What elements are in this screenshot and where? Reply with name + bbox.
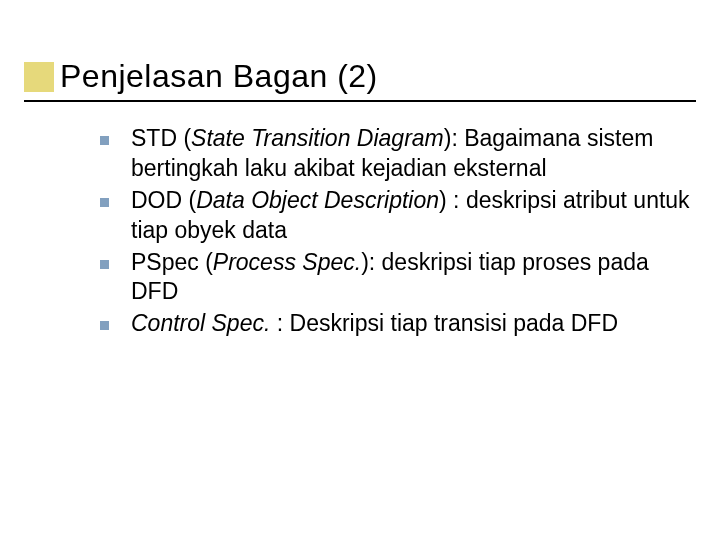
title-accent (24, 62, 54, 92)
bullet-icon (100, 260, 109, 269)
text-pre: DOD ( (131, 187, 196, 213)
list-item: PSpec (Process Spec.): deskripsi tiap pr… (100, 248, 690, 308)
text-pre: STD ( (131, 125, 191, 151)
bullet-text: STD (State Transition Diagram): Bagaiman… (131, 124, 690, 184)
bullet-text: PSpec (Process Spec.): deskripsi tiap pr… (131, 248, 690, 308)
text-ital: Control Spec. (131, 310, 270, 336)
title-underline (24, 100, 696, 102)
bullet-text: Control Spec. : Deskripsi tiap transisi … (131, 309, 690, 339)
bullet-text: DOD (Data Object Description) : deskrips… (131, 186, 690, 246)
slide-title: Penjelasan Bagan (2) (60, 58, 378, 95)
bullet-icon (100, 136, 109, 145)
list-item: DOD (Data Object Description) : deskrips… (100, 186, 690, 246)
list-item: STD (State Transition Diagram): Bagaiman… (100, 124, 690, 184)
bullet-icon (100, 321, 109, 330)
bullet-icon (100, 198, 109, 207)
text-post: : Deskripsi tiap transisi pada DFD (270, 310, 618, 336)
text-ital: Data Object Description (196, 187, 439, 213)
list-item: Control Spec. : Deskripsi tiap transisi … (100, 309, 690, 339)
text-ital: Process Spec. (213, 249, 361, 275)
text-ital: State Transition Diagram (191, 125, 444, 151)
text-pre: PSpec ( (131, 249, 213, 275)
content-area: STD (State Transition Diagram): Bagaiman… (100, 124, 690, 341)
